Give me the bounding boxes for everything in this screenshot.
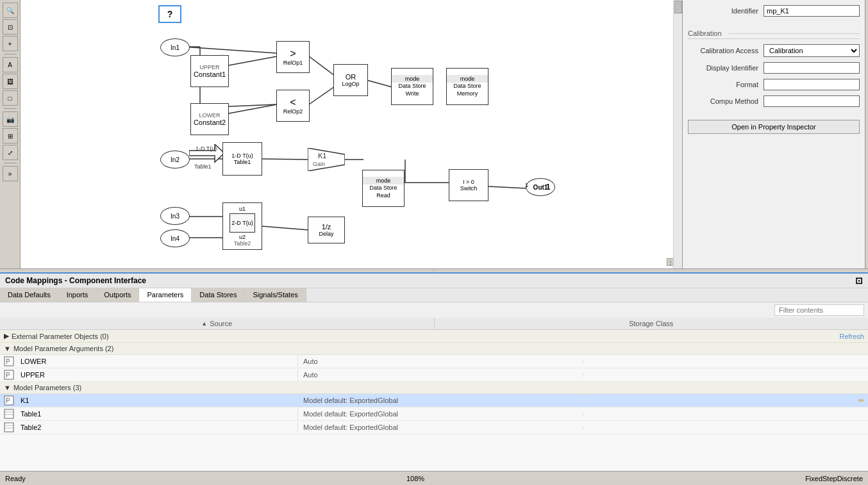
table2-param-name: Table2: [18, 422, 297, 433]
svg-rect-35: [4, 423, 13, 432]
inspector-tab-label[interactable]: Inspector: [865, 0, 868, 37]
tab-data-defaults[interactable]: Data Defaults: [0, 288, 59, 302]
svg-line-16: [488, 186, 527, 188]
compu-method-row: Compu Method: [688, 95, 860, 107]
toolbar-separator2: [4, 108, 17, 109]
bottom-panel: Code Mappings - Component Interface ⊡ Da…: [0, 272, 868, 471]
section-model-param-args[interactable]: ▼ Model Parameter Arguments (2): [0, 343, 868, 355]
expand-icon-external[interactable]: ▶: [4, 332, 9, 340]
table-row-table2[interactable]: Table2 Model default: ExportedGlobal: [0, 421, 868, 434]
box-button[interactable]: □: [3, 90, 18, 106]
k1-param-name: K1: [18, 395, 297, 406]
in1-block[interactable]: In1: [160, 38, 190, 56]
table-row-table1[interactable]: Table1 Model default: ExportedGlobal: [0, 407, 868, 421]
const2-block[interactable]: LOWER Constant2: [190, 103, 229, 135]
upper-param-source: Auto: [297, 369, 583, 381]
filter-row: [0, 302, 868, 318]
col-header-source: ▲ Source: [0, 318, 435, 329]
camera-button[interactable]: 📷: [3, 111, 18, 127]
simulink-canvas: ? In1 UPPER Constant1 LOWER Constant2 > …: [21, 0, 682, 268]
svg-text:P: P: [6, 397, 10, 404]
in4-block[interactable]: In4: [160, 229, 190, 247]
panel-expand-icon[interactable]: ⊡: [855, 275, 863, 286]
identifier-input[interactable]: [764, 5, 860, 17]
filter-input[interactable]: [774, 304, 864, 316]
col-header-storage: Storage Class: [435, 318, 869, 329]
relop1-block[interactable]: > RelOp1: [276, 41, 310, 73]
format-input[interactable]: [764, 79, 860, 90]
svg-text:P: P: [6, 358, 10, 365]
display-identifier-input[interactable]: [764, 62, 860, 74]
compu-method-label: Compu Method: [688, 97, 758, 105]
calibration-access-label: Calibration Access: [688, 47, 758, 54]
table-row-k1[interactable]: P K1 Model default: ExportedGlobal ✏: [0, 394, 868, 407]
dsmem-block[interactable]: mode Data StoreMemory: [446, 68, 488, 105]
table-area: ▶ External Parameter Objects (0) Refresh…: [0, 330, 868, 471]
svg-marker-20: [189, 144, 224, 162]
table1-block[interactable]: 1-D T(u) Table1: [222, 142, 262, 176]
dswrite-block[interactable]: mode Data StoreWrite: [391, 68, 433, 105]
logop-block[interactable]: OR LogOp: [333, 64, 368, 96]
const1-block[interactable]: UPPER Constant1: [190, 55, 229, 87]
lower-param-storage: [583, 359, 868, 363]
display-identifier-label: Display Identifier: [688, 64, 758, 72]
lower-param-name: LOWER: [18, 356, 297, 367]
canvas-scrollbar[interactable]: [673, 0, 682, 268]
k1-param-source: Model default: ExportedGlobal: [297, 395, 583, 406]
expand-icon-model-params[interactable]: ▼: [4, 384, 11, 391]
status-bar: Ready 108% FixedStepDiscrete: [0, 471, 868, 485]
refresh-link[interactable]: Refresh: [839, 333, 864, 340]
tab-inports[interactable]: Inports: [59, 288, 97, 302]
magnify-button[interactable]: 🔍: [3, 3, 18, 18]
table-row-lower[interactable]: P LOWER Auto: [0, 355, 868, 368]
svg-rect-32: [4, 409, 13, 418]
zoom-in-button[interactable]: +: [3, 36, 18, 51]
identifier-row: Identifier: [688, 5, 860, 17]
table1-param-storage: [583, 412, 868, 416]
section-external-param-objects[interactable]: ▶ External Parameter Objects (0) Refresh: [0, 330, 868, 343]
dsread-block[interactable]: mode Data StoreRead: [362, 170, 405, 207]
bottom-panel-title: Code Mappings - Component Interface: [5, 276, 146, 285]
k1-edit-icon[interactable]: ✏: [858, 397, 864, 405]
tab-data-stores[interactable]: Data Stores: [192, 288, 245, 302]
in2-block[interactable]: In2: [160, 151, 190, 169]
text-button[interactable]: A: [3, 57, 18, 72]
table1-param-icon: [3, 407, 15, 420]
bottom-panel-header: Code Mappings - Component Interface ⊡: [0, 274, 868, 288]
tab-outports[interactable]: Outports: [96, 288, 139, 302]
layers-button[interactable]: ⊞: [3, 128, 18, 144]
k1-param-icon: P: [3, 394, 15, 407]
table1-param-name: Table1: [18, 408, 297, 420]
status-solver: FixedStepDiscrete: [805, 475, 863, 482]
table-row-upper[interactable]: P UPPER Auto: [0, 368, 868, 382]
open-property-inspector-button[interactable]: Open in Property Inspector: [688, 120, 860, 134]
display-identifier-row: Display Identifier: [688, 62, 860, 74]
table1-param-source: Model default: ExportedGlobal: [297, 408, 583, 420]
toolbar-separator3: [4, 163, 17, 163]
switch-block[interactable]: I > 0 Switch: [449, 169, 488, 201]
compu-method-input[interactable]: [764, 95, 860, 107]
in3-block[interactable]: In3: [160, 207, 190, 225]
expand-button[interactable]: ⤢: [3, 145, 18, 160]
svg-text:K1: K1: [318, 152, 326, 160]
more-button[interactable]: »: [3, 166, 18, 181]
expand-icon-model-args[interactable]: ▼: [4, 345, 11, 352]
table2-param-storage: [583, 425, 868, 429]
app-container: 🔍 ⊡ + A 🖼 □ 📷 ⊞ ⤢ »: [0, 0, 868, 485]
svg-line-6: [309, 56, 335, 76]
tab-parameters[interactable]: Parameters: [139, 288, 192, 302]
inspector-side-tab[interactable]: Inspector: [865, 0, 868, 268]
question-block[interactable]: ?: [158, 5, 181, 23]
fit-button[interactable]: ⊡: [3, 19, 18, 35]
status-ready: Ready: [5, 475, 26, 482]
calibration-access-select[interactable]: Calibration NoCalibration ReadOnly: [764, 44, 860, 57]
image-button[interactable]: 🖼: [3, 74, 18, 89]
gain-block[interactable]: K1 Gain: [308, 148, 345, 173]
delay-block[interactable]: 1/z Delay: [308, 217, 345, 243]
relop2-block[interactable]: < RelOp2: [276, 90, 310, 122]
tab-signals-states[interactable]: Signals/States: [245, 288, 306, 302]
table2-block[interactable]: u1 2-D T(u) u2 Table2: [222, 202, 262, 250]
left-toolbar: 🔍 ⊡ + A 🖼 □ 📷 ⊞ ⤢ »: [0, 0, 21, 268]
svg-line-0: [183, 47, 277, 53]
section-model-params[interactable]: ▼ Model Parameters (3): [0, 382, 868, 394]
